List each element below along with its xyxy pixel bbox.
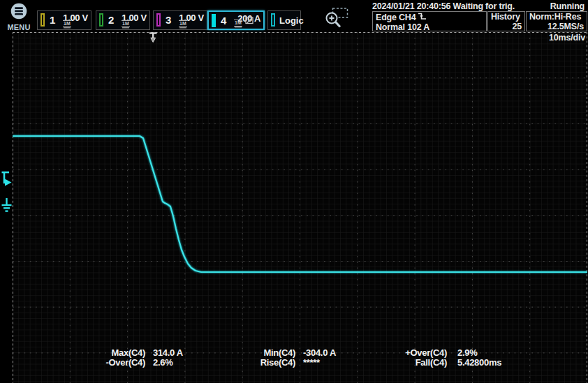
waveform-display-area [13,32,587,383]
history-label: History [488,12,524,22]
measurement-row: -Over(C4) 2.6% [70,358,183,368]
measurement-row: Min(C4) -304.0 A [220,348,336,358]
status-line: 2024/01/21 20:40:56 Waiting for trig. Ru… [372,1,585,11]
impedance-1m-icon: 1M [234,20,242,27]
measurement-row: Fall(C4) 5.42800ms [369,358,501,368]
measurement-label: Rise(C4) [220,358,295,368]
measurement-value: 314.0 A [153,348,183,358]
channel-3-button[interactable]: 3 1.00 V 1M [153,10,207,30]
channel-4-ground-marker[interactable] [1,198,13,216]
measurement-value: 2.9% [457,348,477,358]
measurement-label: -Over(C4) [70,358,145,368]
channel-1-button[interactable]: 1 1.00 V 1M [37,10,91,30]
measurement-group-1: Max(C4) 314.0 A -Over(C4) 2.6% [70,348,183,368]
measurement-label: Max(C4) [70,348,145,358]
timebase-readout: 10ms/div [549,33,585,43]
trigger-mode-level: Normal 102 A [373,22,486,32]
channel-1-color-bar [41,13,45,27]
channel-4-button-selected[interactable]: 4 200 A 1M [207,10,265,30]
measurement-label: Fall(C4) [369,358,447,368]
waveform-grid [13,32,587,383]
hamburger-icon [10,10,27,22]
falling-edge-icon [418,12,427,22]
oscilloscope-screen: MENU 1 1.00 V 1M 2 1.00 V 1M 3 1.00 V 1M… [0,0,588,383]
measurement-label: Min(C4) [220,348,295,358]
channel-2-color-bar [99,13,103,27]
trigger-source: Edge CH4 [376,13,416,22]
channel-4-number: 4 [221,15,226,27]
datetime: 2024/01/21 20:40:56 [372,1,450,11]
trigger-wait-status: Waiting for trig. [453,1,515,11]
impedance-1m-icon: 1M [179,20,187,27]
zoom-search-icon[interactable] [323,7,351,31]
logic-button[interactable]: Logic [267,10,301,30]
measurement-group-3: +Over(C4) 2.9% Fall(C4) 5.42800ms [369,348,501,368]
measurement-row: Max(C4) 314.0 A [70,348,183,358]
measurement-label: +Over(C4) [369,348,447,358]
measurement-row: Rise(C4) ***** [220,358,336,368]
measurement-value: 2.6% [153,358,172,368]
trigger-level-marker[interactable] [1,171,13,190]
menu-label: MENU [2,23,36,31]
trigger-settings-box[interactable]: Edge CH4 Normal 102 A [372,11,487,31]
channel-4-color-bar [212,14,216,27]
channel-1-number: 1 [50,14,55,26]
channel-2-button[interactable]: 2 1.00 V 1M [96,10,150,30]
measurement-value: -304.0 A [303,348,336,358]
history-box[interactable]: History 25 [487,11,525,31]
history-count: 25 [488,22,524,31]
top-bar: MENU 1 1.00 V 1M 2 1.00 V 1M 3 1.00 V 1M… [0,0,588,32]
trigger-position-marker[interactable] [148,32,161,47]
acquisition-mode: Norm:Hi-Res [527,12,587,22]
logic-label: Logic [279,15,304,26]
logic-color-bar [271,13,275,27]
sample-rate: 12.5MS/s [527,22,587,31]
acquisition-box[interactable]: Norm:Hi-Res 12.5MS/s [526,11,587,31]
channel-3-color-bar [156,13,161,27]
measurement-value: ***** [303,358,320,368]
current-probe-icon [245,15,253,27]
channel-2-number: 2 [108,14,114,26]
run-state: Running [550,1,585,11]
measurement-group-2: Min(C4) -304.0 A Rise(C4) ***** [220,348,336,368]
measurement-value: 5.42800ms [457,358,501,368]
measurement-row: +Over(C4) 2.9% [369,348,501,358]
menu-button[interactable]: MENU [2,3,36,31]
impedance-1m-icon: 1M [63,20,71,27]
channel-3-number: 3 [166,14,171,26]
impedance-1m-icon: 1M [122,20,130,27]
